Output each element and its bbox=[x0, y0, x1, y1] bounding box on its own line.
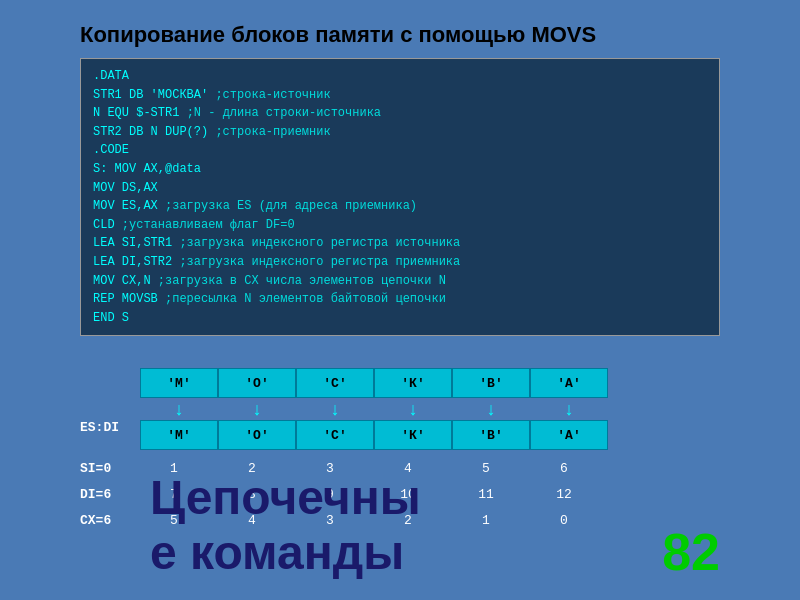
di-label: DI=6 bbox=[80, 487, 135, 502]
si-val-4: 5 bbox=[447, 461, 525, 476]
code-line-9: CLD ;устанавливаем флаг DF=0 bbox=[93, 216, 707, 235]
cx-val-5: 0 bbox=[525, 513, 603, 528]
arrows-row: ↓ ↓ ↓ ↓ ↓ ↓ bbox=[140, 398, 608, 420]
source-cells-row: 'М' 'О' 'С' 'К' 'В' 'А' bbox=[140, 368, 608, 398]
source-cell-0: 'М' bbox=[140, 368, 218, 398]
code-line-3: N EQU $-STR1 ;N - длина строки-источника bbox=[93, 104, 707, 123]
dest-cell-4: 'В' bbox=[452, 420, 530, 450]
arrow-3: ↓ bbox=[374, 398, 452, 420]
code-line-14: END S bbox=[93, 309, 707, 328]
source-cell-4: 'В' bbox=[452, 368, 530, 398]
si-label: SI=0 bbox=[80, 461, 135, 476]
source-cell-1: 'О' bbox=[218, 368, 296, 398]
dest-cell-3: 'К' bbox=[374, 420, 452, 450]
di-val-4: 11 bbox=[447, 487, 525, 502]
code-line-10: LEA SI,STR1 ;загрузка индексного регистр… bbox=[93, 234, 707, 253]
code-line-8: MOV ES,AX ;загрузка ES (для адреса прием… bbox=[93, 197, 707, 216]
code-line-12: MOV CX,N ;загрузка в CX числа элементов … bbox=[93, 272, 707, 291]
dest-cell-0: 'М' bbox=[140, 420, 218, 450]
code-block: .DATA STR1 DB 'МОСКВА' ;строка-источник … bbox=[80, 58, 720, 336]
slide-title: Копирование блоков памяти с помощью MOVS bbox=[80, 22, 596, 48]
arrow-2: ↓ bbox=[296, 398, 374, 420]
source-cell-2: 'С' bbox=[296, 368, 374, 398]
dest-cells-row: 'М' 'О' 'С' 'К' 'В' 'А' bbox=[140, 420, 608, 450]
code-line-6: S: MOV AX,@data bbox=[93, 160, 707, 179]
page-number: 82 bbox=[662, 522, 720, 582]
code-line-2: STR1 DB 'МОСКВА' ;строка-источник bbox=[93, 86, 707, 105]
source-cell-3: 'К' bbox=[374, 368, 452, 398]
arrow-0: ↓ bbox=[140, 398, 218, 420]
dest-cell-5: 'А' bbox=[530, 420, 608, 450]
cx-val-4: 1 bbox=[447, 513, 525, 528]
arrow-5: ↓ bbox=[530, 398, 608, 420]
cx-label: CX=6 bbox=[80, 513, 135, 528]
code-line-13: REP MOVSB ;пересылка N элементов байтово… bbox=[93, 290, 707, 309]
arrow-4: ↓ bbox=[452, 398, 530, 420]
dest-cell-2: 'С' bbox=[296, 420, 374, 450]
code-line-1: .DATA bbox=[93, 67, 707, 86]
di-val-5: 12 bbox=[525, 487, 603, 502]
arrow-1: ↓ bbox=[218, 398, 296, 420]
code-line-11: LEA DI,STR2 ;загрузка индексного регистр… bbox=[93, 253, 707, 272]
si-val-5: 6 bbox=[525, 461, 603, 476]
code-line-4: STR2 DB N DUP(?) ;строка-приемник bbox=[93, 123, 707, 142]
code-line-5: .CODE bbox=[93, 141, 707, 160]
dest-cell-1: 'О' bbox=[218, 420, 296, 450]
code-line-7: MOV DS,AX bbox=[93, 179, 707, 198]
source-cell-5: 'А' bbox=[530, 368, 608, 398]
big-text: Цепочечные команды bbox=[150, 470, 421, 580]
dest-label: ES:DI bbox=[80, 420, 119, 435]
